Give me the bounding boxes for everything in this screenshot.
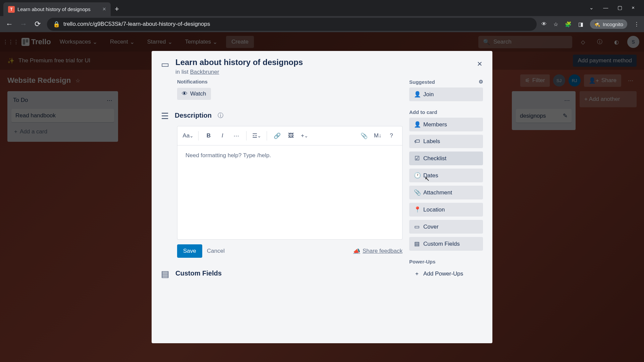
- list-button[interactable]: ☲⌄: [251, 130, 263, 142]
- editor-textarea[interactable]: Need formatting help? Type /help.: [177, 145, 402, 239]
- fields-icon: ▤: [414, 240, 420, 247]
- cover-button[interactable]: ▭Cover: [409, 220, 483, 234]
- labels-button[interactable]: 🏷Labels: [409, 135, 483, 148]
- cancel-button[interactable]: Cancel: [207, 248, 225, 254]
- markdown-button[interactable]: M↓: [372, 130, 384, 142]
- add-to-card-label: Add to card: [409, 109, 483, 115]
- cover-icon: ▭: [414, 223, 420, 230]
- members-button[interactable]: 👤Members: [409, 118, 483, 131]
- notifications-label: Notifications: [177, 79, 402, 84]
- editor-toolbar: Aa⌄ B I ⋯ ☲⌄: [177, 126, 402, 145]
- modal-overlay[interactable]: × ▭ Learn about history of designops in …: [0, 32, 644, 362]
- close-tab-icon[interactable]: ×: [102, 6, 106, 13]
- lock-icon: 🔒: [53, 21, 60, 28]
- eye-icon: 👁: [182, 90, 187, 97]
- plus-icon: +: [414, 270, 420, 277]
- custom-fields-button[interactable]: ▤Custom Fields: [409, 237, 483, 251]
- address-bar[interactable]: 🔒 trello.com/c/g9BC53Sk/7-learn-about-hi…: [47, 18, 537, 31]
- description-editor: Aa⌄ B I ⋯ ☲⌄: [177, 126, 402, 240]
- attachment-toolbar-button[interactable]: 📎: [358, 130, 370, 142]
- back-button[interactable]: ←: [5, 20, 14, 28]
- trello-favicon: T: [8, 6, 15, 13]
- clock-icon: 🕐: [414, 172, 420, 179]
- modal-sidebar: Suggested⚙ 👤Join Add to card 👤Members 🏷L…: [409, 79, 483, 289]
- url-text: trello.com/c/g9BC53Sk/7-learn-about-hist…: [63, 21, 210, 27]
- gear-icon[interactable]: ⚙: [479, 79, 483, 85]
- description-icon: ☰: [161, 111, 169, 121]
- italic-button[interactable]: I: [216, 130, 228, 142]
- modal-main-column: Notifications 👁 Watch ☰ Description ⓘ: [161, 79, 402, 289]
- extensions-icon[interactable]: 🧩: [565, 21, 572, 27]
- description-title: Description: [175, 112, 212, 119]
- incognito-label: Incognito: [603, 21, 623, 27]
- editor-help-button[interactable]: ?: [385, 130, 397, 142]
- card-modal: × ▭ Learn about history of designops in …: [152, 51, 492, 343]
- maximize-icon[interactable]: ▢: [618, 5, 622, 11]
- minimize-icon[interactable]: —: [603, 5, 608, 11]
- text-style-button[interactable]: Aa⌄: [182, 130, 194, 142]
- suggested-label: Suggested: [409, 79, 435, 85]
- paperclip-icon: 📎: [414, 189, 420, 196]
- save-button[interactable]: Save: [177, 244, 202, 258]
- bold-button[interactable]: B: [203, 130, 215, 142]
- incognito-icon: 🕵: [594, 21, 600, 27]
- eye-off-icon[interactable]: 👁: [541, 21, 547, 27]
- card-subtitle: in list Backbruner: [175, 69, 483, 75]
- power-ups-label: Power-Ups: [409, 259, 483, 264]
- checklist-button[interactable]: ☑Checklist: [409, 152, 483, 165]
- new-tab-button[interactable]: +: [111, 2, 123, 16]
- watch-label: Watch: [190, 90, 206, 97]
- dates-button[interactable]: 🕐Dates: [409, 169, 483, 182]
- share-feedback-link[interactable]: 📣 Share feedback: [353, 248, 402, 255]
- tab-dropdown-icon[interactable]: ⌄: [589, 5, 594, 11]
- user-icon: 👤: [414, 91, 420, 98]
- info-icon[interactable]: ⓘ: [218, 112, 223, 119]
- incognito-badge[interactable]: 🕵 Incognito: [590, 19, 627, 29]
- browser-toolbar: ← → ⟳ 🔒 trello.com/c/g9BC53Sk/7-learn-ab…: [0, 16, 644, 32]
- add-power-ups-button[interactable]: +Add Power-Ups: [409, 267, 483, 281]
- side-panel-icon[interactable]: ◨: [578, 21, 583, 27]
- custom-fields-icon: ▤: [161, 269, 169, 279]
- join-button[interactable]: 👤Join: [409, 87, 483, 101]
- megaphone-icon: 📣: [353, 248, 360, 255]
- close-window-icon[interactable]: ×: [632, 5, 635, 11]
- checklist-icon: ☑: [414, 155, 420, 162]
- tab-title: Learn about history of designops: [17, 6, 100, 12]
- user-icon: 👤: [414, 121, 420, 128]
- pin-icon: 📍: [414, 206, 420, 213]
- image-button[interactable]: 🖼: [285, 130, 297, 142]
- card-title[interactable]: Learn about history of designops: [175, 58, 483, 67]
- link-button[interactable]: 🔗: [271, 130, 283, 142]
- window-controls: ⌄ — ▢ ×: [580, 0, 644, 15]
- list-link[interactable]: Backbruner: [190, 69, 219, 75]
- browser-tab-strip: T Learn about history of designops × + ⌄…: [0, 0, 644, 16]
- insert-button[interactable]: + ⌄: [299, 130, 311, 142]
- attachment-button[interactable]: 📎Attachment: [409, 186, 483, 199]
- watch-button[interactable]: 👁 Watch: [177, 88, 211, 100]
- forward-button[interactable]: →: [19, 20, 28, 28]
- bookmark-star-icon[interactable]: ☆: [553, 21, 558, 27]
- close-modal-button[interactable]: ×: [473, 57, 486, 70]
- card-header-icon: ▭: [161, 59, 169, 75]
- location-button[interactable]: 📍Location: [409, 203, 483, 217]
- browser-menu-icon[interactable]: ⋮: [634, 21, 639, 27]
- more-formatting-button[interactable]: ⋯: [230, 130, 242, 142]
- reload-button[interactable]: ⟳: [33, 20, 42, 28]
- browser-tab[interactable]: T Learn about history of designops ×: [3, 2, 111, 16]
- tag-icon: 🏷: [414, 138, 420, 145]
- custom-fields-title: Custom Fields: [175, 269, 222, 277]
